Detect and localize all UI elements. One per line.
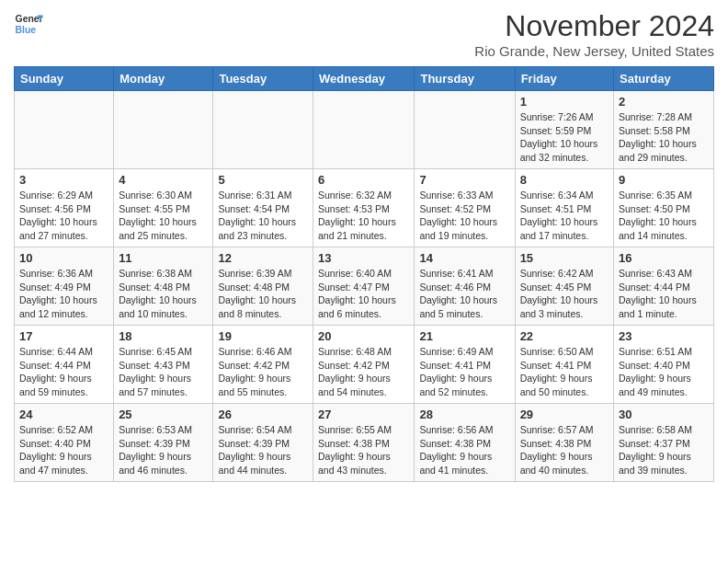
header: General Blue November 2024 Rio Grande, N… [14,9,714,59]
day-number: 8 [520,173,609,187]
calendar-day-cell: 3Sunrise: 6:29 AM Sunset: 4:56 PM Daylig… [15,169,114,247]
calendar-day-cell: 5Sunrise: 6:31 AM Sunset: 4:54 PM Daylig… [213,169,313,247]
day-number: 15 [520,251,609,265]
column-header-saturday: Saturday [614,67,714,91]
empty-cell [313,91,415,169]
empty-cell [213,91,313,169]
day-number: 20 [318,329,409,343]
day-number: 29 [520,408,609,421]
day-number: 7 [419,173,509,187]
day-number: 25 [119,408,208,421]
day-number: 21 [419,329,509,343]
day-info: Sunrise: 6:55 AM Sunset: 4:38 PM Dayligh… [318,423,409,477]
day-number: 1 [520,95,609,109]
day-info: Sunrise: 6:40 AM Sunset: 4:47 PM Dayligh… [318,267,409,321]
day-info: Sunrise: 6:35 AM Sunset: 4:50 PM Dayligh… [619,189,709,243]
calendar-day-cell: 2Sunrise: 7:28 AM Sunset: 5:58 PM Daylig… [614,91,714,169]
day-number: 13 [318,251,409,265]
calendar: SundayMondayTuesdayWednesdayThursdayFrid… [14,66,714,482]
calendar-day-cell: 19Sunrise: 6:46 AM Sunset: 4:42 PM Dayli… [213,326,313,404]
day-info: Sunrise: 6:38 AM Sunset: 4:48 PM Dayligh… [119,267,208,321]
day-info: Sunrise: 6:39 AM Sunset: 4:48 PM Dayligh… [218,267,308,321]
day-info: Sunrise: 6:33 AM Sunset: 4:52 PM Dayligh… [419,189,509,243]
day-info: Sunrise: 6:41 AM Sunset: 4:46 PM Dayligh… [419,267,509,321]
day-info: Sunrise: 6:53 AM Sunset: 4:39 PM Dayligh… [119,423,208,477]
day-number: 18 [119,329,208,343]
calendar-day-cell: 16Sunrise: 6:43 AM Sunset: 4:44 PM Dayli… [614,247,714,326]
title-block: November 2024 Rio Grande, New Jersey, Un… [474,9,714,59]
calendar-week-row: 17Sunrise: 6:44 AM Sunset: 4:44 PM Dayli… [15,326,714,404]
column-header-tuesday: Tuesday [213,67,313,91]
day-number: 12 [218,251,308,265]
page: General Blue November 2024 Rio Grande, N… [0,0,728,491]
day-number: 9 [619,173,709,187]
day-number: 30 [619,408,709,421]
day-number: 5 [218,173,308,187]
day-info: Sunrise: 7:26 AM Sunset: 5:59 PM Dayligh… [520,110,609,165]
day-number: 16 [619,251,709,265]
day-info: Sunrise: 6:56 AM Sunset: 4:38 PM Dayligh… [419,423,509,477]
calendar-day-cell: 15Sunrise: 6:42 AM Sunset: 4:45 PM Dayli… [515,247,613,326]
day-info: Sunrise: 6:48 AM Sunset: 4:42 PM Dayligh… [318,345,409,399]
day-number: 2 [619,95,709,109]
svg-text:Blue: Blue [16,25,37,35]
calendar-day-cell: 24Sunrise: 6:52 AM Sunset: 4:40 PM Dayli… [15,404,114,482]
calendar-day-cell: 26Sunrise: 6:54 AM Sunset: 4:39 PM Dayli… [213,404,313,482]
calendar-day-cell: 12Sunrise: 6:39 AM Sunset: 4:48 PM Dayli… [213,247,313,326]
day-number: 6 [318,173,409,187]
day-number: 10 [19,251,108,265]
day-number: 28 [419,408,509,421]
day-info: Sunrise: 6:46 AM Sunset: 4:42 PM Dayligh… [218,345,308,399]
calendar-day-cell: 29Sunrise: 6:57 AM Sunset: 4:38 PM Dayli… [515,404,613,482]
calendar-day-cell: 18Sunrise: 6:45 AM Sunset: 4:43 PM Dayli… [114,326,213,404]
day-number: 11 [119,251,208,265]
calendar-day-cell: 4Sunrise: 6:30 AM Sunset: 4:55 PM Daylig… [114,169,213,247]
calendar-day-cell: 1Sunrise: 7:26 AM Sunset: 5:59 PM Daylig… [515,91,613,169]
day-number: 3 [19,173,108,187]
calendar-day-cell: 22Sunrise: 6:50 AM Sunset: 4:41 PM Dayli… [515,326,613,404]
day-number: 17 [19,329,108,343]
empty-cell [415,91,515,169]
calendar-day-cell: 11Sunrise: 6:38 AM Sunset: 4:48 PM Dayli… [114,247,213,326]
day-number: 22 [520,329,609,343]
calendar-day-cell: 23Sunrise: 6:51 AM Sunset: 4:40 PM Dayli… [614,326,714,404]
calendar-day-cell: 25Sunrise: 6:53 AM Sunset: 4:39 PM Dayli… [114,404,213,482]
calendar-day-cell: 30Sunrise: 6:58 AM Sunset: 4:37 PM Dayli… [614,404,714,482]
calendar-day-cell: 10Sunrise: 6:36 AM Sunset: 4:49 PM Dayli… [15,247,114,326]
day-info: Sunrise: 6:51 AM Sunset: 4:40 PM Dayligh… [619,345,709,399]
day-number: 19 [218,329,308,343]
day-info: Sunrise: 6:45 AM Sunset: 4:43 PM Dayligh… [119,345,208,399]
location: Rio Grande, New Jersey, United States [474,43,714,59]
day-info: Sunrise: 6:36 AM Sunset: 4:49 PM Dayligh… [19,267,108,321]
calendar-week-row: 24Sunrise: 6:52 AM Sunset: 4:40 PM Dayli… [15,404,714,482]
calendar-day-cell: 14Sunrise: 6:41 AM Sunset: 4:46 PM Dayli… [415,247,515,326]
day-info: Sunrise: 6:34 AM Sunset: 4:51 PM Dayligh… [520,189,609,243]
calendar-day-cell: 28Sunrise: 6:56 AM Sunset: 4:38 PM Dayli… [415,404,515,482]
day-info: Sunrise: 6:30 AM Sunset: 4:55 PM Dayligh… [119,189,208,243]
day-number: 23 [619,329,709,343]
column-header-friday: Friday [515,67,613,91]
day-info: Sunrise: 6:57 AM Sunset: 4:38 PM Dayligh… [520,423,609,477]
day-info: Sunrise: 6:52 AM Sunset: 4:40 PM Dayligh… [19,423,108,477]
column-header-monday: Monday [114,67,213,91]
logo: General Blue [14,9,43,39]
column-header-wednesday: Wednesday [313,67,415,91]
day-info: Sunrise: 6:43 AM Sunset: 4:44 PM Dayligh… [619,267,709,321]
day-info: Sunrise: 6:44 AM Sunset: 4:44 PM Dayligh… [19,345,108,399]
calendar-day-cell: 7Sunrise: 6:33 AM Sunset: 4:52 PM Daylig… [415,169,515,247]
day-info: Sunrise: 6:42 AM Sunset: 4:45 PM Dayligh… [520,267,609,321]
calendar-day-cell: 13Sunrise: 6:40 AM Sunset: 4:47 PM Dayli… [313,247,415,326]
calendar-day-cell: 20Sunrise: 6:48 AM Sunset: 4:42 PM Dayli… [313,326,415,404]
column-header-thursday: Thursday [415,67,515,91]
day-number: 14 [419,251,509,265]
day-number: 27 [318,408,409,421]
calendar-day-cell: 6Sunrise: 6:32 AM Sunset: 4:53 PM Daylig… [313,169,415,247]
day-info: Sunrise: 6:49 AM Sunset: 4:41 PM Dayligh… [419,345,509,399]
calendar-week-row: 10Sunrise: 6:36 AM Sunset: 4:49 PM Dayli… [15,247,714,326]
calendar-day-cell: 21Sunrise: 6:49 AM Sunset: 4:41 PM Dayli… [415,326,515,404]
empty-cell [114,91,213,169]
calendar-day-cell: 8Sunrise: 6:34 AM Sunset: 4:51 PM Daylig… [515,169,613,247]
calendar-day-cell: 9Sunrise: 6:35 AM Sunset: 4:50 PM Daylig… [614,169,714,247]
column-header-sunday: Sunday [15,67,114,91]
calendar-header-row: SundayMondayTuesdayWednesdayThursdayFrid… [15,67,714,91]
